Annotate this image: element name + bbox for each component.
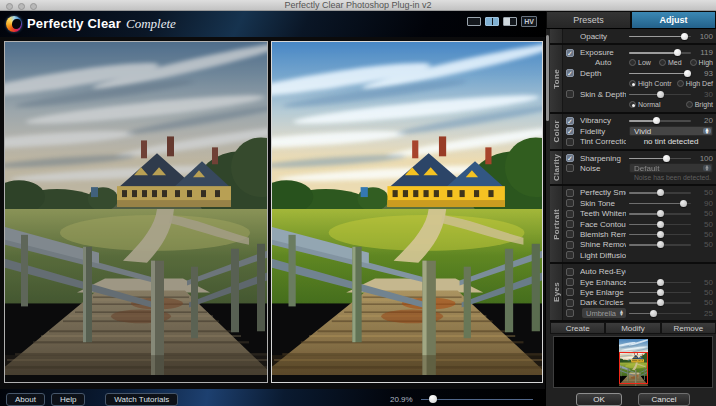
radio-icon[interactable] xyxy=(659,59,666,66)
unchecked-checkbox[interactable] xyxy=(566,251,574,259)
radio-option[interactable]: Normal xyxy=(629,101,661,108)
noise-note: Noise has been detected. xyxy=(566,174,713,181)
remove-preset-button[interactable]: Remove xyxy=(661,322,716,334)
slider-thumb[interactable] xyxy=(684,70,691,77)
slider-thumb[interactable] xyxy=(674,49,681,56)
unchecked-checkbox[interactable] xyxy=(566,278,574,286)
watch-tutorials-button[interactable]: Watch Tutorials xyxy=(105,393,178,406)
slider[interactable] xyxy=(629,278,691,286)
unchecked-checkbox[interactable] xyxy=(566,268,574,276)
unchecked-checkbox[interactable] xyxy=(566,164,574,172)
radio-icon[interactable] xyxy=(629,101,636,108)
slider-thumb[interactable] xyxy=(663,155,670,162)
slider[interactable] xyxy=(629,189,691,197)
unchecked-checkbox[interactable] xyxy=(566,288,574,296)
slider-value: 50 xyxy=(694,188,713,197)
slider[interactable] xyxy=(629,220,691,228)
unchecked-checkbox[interactable] xyxy=(566,138,574,146)
slider-thumb[interactable] xyxy=(680,200,687,207)
single-view-icon[interactable] xyxy=(467,17,481,26)
zoom-window-button[interactable] xyxy=(30,3,37,10)
unchecked-checkbox[interactable] xyxy=(566,220,574,228)
radio-option[interactable]: High xyxy=(690,59,713,66)
slider[interactable] xyxy=(629,288,691,296)
slider[interactable] xyxy=(629,117,691,125)
checked-checkbox[interactable]: ✓ xyxy=(566,69,574,77)
unchecked-checkbox[interactable] xyxy=(566,199,574,207)
radio-icon[interactable] xyxy=(686,101,693,108)
unchecked-checkbox[interactable] xyxy=(566,230,574,238)
panel-scrollbar[interactable] xyxy=(546,35,549,121)
radio-icon[interactable] xyxy=(677,80,684,87)
hv-toggle-button[interactable]: HV xyxy=(521,16,537,27)
slider-thumb[interactable] xyxy=(657,210,664,217)
unchecked-checkbox[interactable] xyxy=(566,189,574,197)
unchecked-checkbox[interactable] xyxy=(566,299,574,307)
slider[interactable] xyxy=(629,49,691,57)
slider[interactable] xyxy=(629,299,691,307)
minimize-window-button[interactable] xyxy=(18,3,25,10)
slider[interactable] xyxy=(629,154,691,162)
after-image[interactable] xyxy=(271,41,543,383)
slider-thumb[interactable] xyxy=(657,231,664,238)
slider[interactable] xyxy=(629,69,691,77)
ok-button[interactable]: OK xyxy=(576,393,622,406)
fidelity-dropdown[interactable]: Vivid▲▼ xyxy=(629,126,713,136)
navigator-crop-box[interactable] xyxy=(619,352,648,384)
radio-icon[interactable] xyxy=(629,59,636,66)
radio-icon[interactable] xyxy=(629,80,636,87)
radio-option[interactable]: Low xyxy=(629,59,651,66)
slider[interactable] xyxy=(629,199,691,207)
radio-option[interactable]: High Contr xyxy=(629,80,671,87)
unchecked-checkbox[interactable] xyxy=(566,309,574,317)
about-button[interactable]: About xyxy=(6,393,45,406)
umbrella-dropdown[interactable]: Umbrella▲▼ xyxy=(582,308,626,318)
slider-thumb[interactable] xyxy=(653,117,660,124)
checked-checkbox[interactable]: ✓ xyxy=(566,117,574,125)
noise-dropdown[interactable]: Default▲▼ xyxy=(629,163,713,173)
zoom-slider-thumb[interactable] xyxy=(429,395,437,403)
slider[interactable] xyxy=(629,32,691,40)
split-view-icon[interactable] xyxy=(485,17,499,26)
create-preset-button[interactable]: Create xyxy=(550,322,605,334)
tab-adjust[interactable]: Adjust xyxy=(631,11,716,29)
radio-icon[interactable] xyxy=(690,59,697,66)
slider-thumb[interactable] xyxy=(657,279,664,286)
slider[interactable] xyxy=(629,230,691,238)
slider[interactable] xyxy=(629,210,691,218)
modify-preset-button[interactable]: Modify xyxy=(605,322,660,334)
slider[interactable] xyxy=(629,241,691,249)
slider-thumb[interactable] xyxy=(657,221,664,228)
unchecked-checkbox[interactable] xyxy=(566,241,574,249)
slider-thumb[interactable] xyxy=(657,91,664,98)
slider[interactable] xyxy=(629,90,691,98)
titlebar: Perfectly Clear Photoshop Plug-in v2 xyxy=(0,0,716,11)
slider-thumb[interactable] xyxy=(657,289,664,296)
checked-checkbox[interactable]: ✓ xyxy=(566,154,574,162)
slider-thumb[interactable] xyxy=(681,33,688,40)
tab-presets[interactable]: Presets xyxy=(546,11,631,29)
compare-view-icon[interactable] xyxy=(503,17,517,26)
radio-option[interactable]: High Def xyxy=(677,80,713,87)
checked-checkbox[interactable]: ✓ xyxy=(566,49,574,57)
slider-thumb[interactable] xyxy=(657,299,664,306)
close-window-button[interactable] xyxy=(6,3,13,10)
radio-option[interactable]: Bright xyxy=(686,101,713,108)
checked-checkbox[interactable]: ✓ xyxy=(566,127,574,135)
slider-value: 100 xyxy=(694,32,713,41)
radio-option[interactable]: Med xyxy=(659,59,682,66)
slider-thumb[interactable] xyxy=(650,310,657,317)
before-image[interactable] xyxy=(4,41,268,383)
unchecked-checkbox[interactable] xyxy=(566,210,574,218)
unchecked-checkbox[interactable] xyxy=(566,90,574,98)
cancel-button[interactable]: Cancel xyxy=(638,393,690,406)
navigator-thumbnail[interactable] xyxy=(619,339,648,386)
zoom-slider[interactable] xyxy=(421,395,533,404)
help-button[interactable]: Help xyxy=(51,393,85,406)
slider-thumb[interactable] xyxy=(657,189,664,196)
slider-thumb[interactable] xyxy=(657,241,664,248)
edition-name: Complete xyxy=(126,16,176,32)
slider[interactable] xyxy=(629,309,691,317)
image-preview-area xyxy=(0,37,545,389)
adjust-row: High ContrHigh Def xyxy=(566,79,713,89)
